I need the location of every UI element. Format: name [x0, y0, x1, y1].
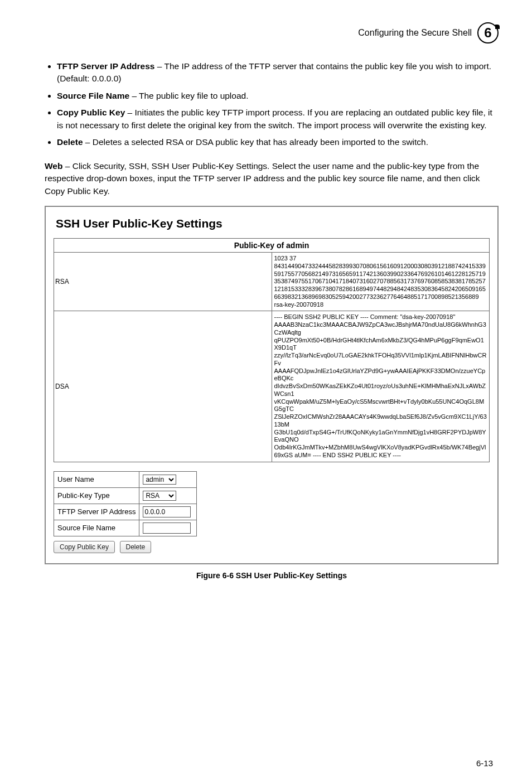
list-item: Source File Name – The public key file t… — [57, 90, 499, 102]
table-header: Public-Key of admin — [54, 239, 490, 253]
bullet-text: – The public key file to upload. — [129, 91, 248, 100]
table-row: DSA ---- BEGIN SSH2 PUBLIC KEY ---- Comm… — [54, 311, 490, 462]
delete-button[interactable]: Delete — [120, 541, 152, 553]
copy-public-key-button[interactable]: Copy Public Key — [54, 541, 115, 553]
ssh-settings-panel: SSH User Public-Key Settings Public-Key … — [45, 206, 499, 564]
button-row: Copy Public Key Delete — [54, 541, 490, 553]
bullet-text: – Deletes a selected RSA or DSA public k… — [83, 137, 428, 147]
list-item: Copy Public Key – Initiates the public k… — [57, 107, 499, 132]
bullet-label: Delete — [57, 137, 83, 147]
tftp-ip-label: TFTP Server IP Address — [54, 504, 139, 520]
table-row: RSA 1023 37 8431449047332444582839930708… — [54, 253, 490, 311]
dsa-key-content: ---- BEGIN SSH2 PUBLIC KEY ---- Comment:… — [272, 311, 490, 462]
bullet-list: TFTP Server IP Address – The IP address … — [45, 60, 499, 149]
web-paragraph: Web – Click Security, SSH, SSH User Publ… — [45, 160, 499, 197]
source-file-input[interactable] — [143, 523, 191, 534]
pk-type-select[interactable]: RSA — [143, 491, 176, 501]
user-name-select[interactable]: admin — [143, 475, 176, 485]
panel-heading: SSH User Public-Key Settings — [56, 217, 490, 230]
list-item: Delete – Deletes a selected RSA or DSA p… — [57, 136, 499, 148]
pk-type-label: Public-Key Type — [54, 487, 139, 504]
header-title: Configuring the Secure Shell — [358, 28, 472, 38]
tftp-ip-input[interactable] — [143, 506, 191, 517]
row-label-rsa: RSA — [54, 253, 272, 311]
web-text: – Click Security, SSH, SSH User Public-K… — [45, 161, 480, 196]
page-header: Configuring the Secure Shell 6 — [45, 22, 499, 43]
page-number: 6-13 — [45, 758, 499, 768]
bullet-label: TFTP Server IP Address — [57, 61, 154, 71]
bullet-label: Source File Name — [57, 91, 129, 100]
list-item: TFTP Server IP Address – The IP address … — [57, 60, 499, 85]
chapter-badge-icon: 6 — [477, 22, 499, 43]
public-key-table: Public-Key of admin RSA 1023 37 84314490… — [54, 238, 490, 462]
user-name-label: User Name — [54, 471, 139, 487]
rsa-key-content: 1023 37 84314490473324445828399307080615… — [272, 253, 490, 311]
row-label-dsa: DSA — [54, 311, 272, 462]
web-label: Web — [45, 161, 62, 171]
form-table: User Name admin Public-Key Type RSA TFTP… — [54, 471, 197, 536]
source-file-label: Source File Name — [54, 520, 139, 536]
bullet-label: Copy Public Key — [57, 108, 125, 117]
figure-caption: Figure 6-6 SSH User Public-Key Settings — [45, 571, 499, 580]
